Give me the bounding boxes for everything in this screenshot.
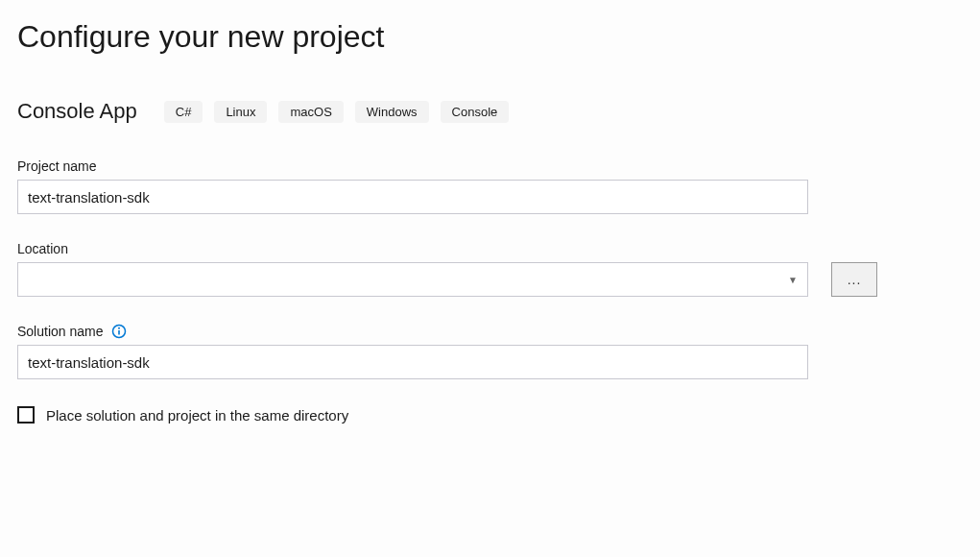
same-directory-label: Place solution and project in the same d… <box>46 407 348 424</box>
tag: C# <box>164 101 203 123</box>
project-name-label: Project name <box>17 158 963 174</box>
page-title: Configure your new project <box>17 19 963 55</box>
tag: Windows <box>355 101 429 123</box>
tag: Console <box>441 101 510 123</box>
template-row: Console App C# Linux macOS Windows Conso… <box>17 99 963 124</box>
template-tags: C# Linux macOS Windows Console <box>164 101 510 123</box>
browse-button[interactable]: ... <box>831 262 877 297</box>
solution-name-label-row: Solution name <box>17 324 963 339</box>
tag: macOS <box>278 101 343 123</box>
template-name: Console App <box>17 99 137 124</box>
solution-name-label: Solution name <box>17 324 104 339</box>
chevron-down-icon: ▼ <box>788 275 798 285</box>
svg-rect-1 <box>118 330 120 335</box>
location-combo[interactable]: ▼ <box>17 262 808 297</box>
svg-point-2 <box>118 327 120 329</box>
solution-name-group: Solution name <box>17 324 963 379</box>
solution-name-input[interactable] <box>17 345 808 379</box>
same-directory-row: Place solution and project in the same d… <box>17 406 963 424</box>
location-label: Location <box>17 241 963 256</box>
project-name-group: Project name <box>17 158 963 214</box>
tag: Linux <box>214 101 267 123</box>
location-group: Location ▼ ... <box>17 241 963 297</box>
project-name-input[interactable] <box>17 180 808 214</box>
info-icon[interactable] <box>111 324 127 339</box>
same-directory-checkbox[interactable] <box>17 406 35 424</box>
